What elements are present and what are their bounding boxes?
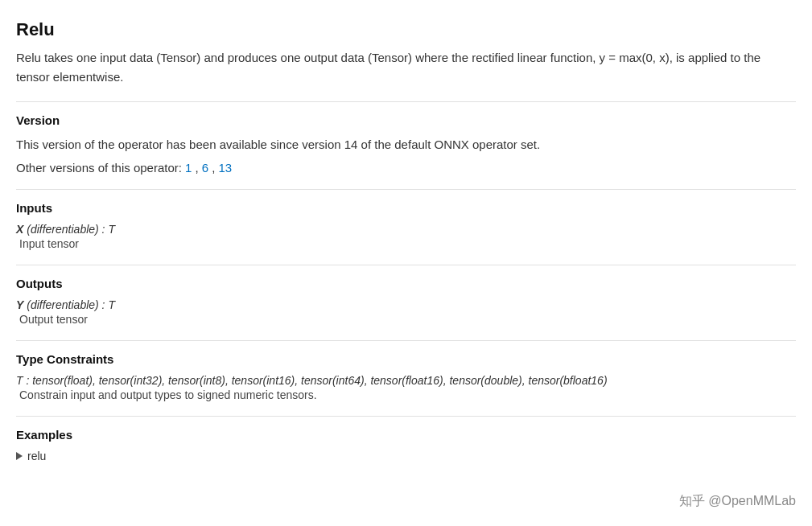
divider-3: [16, 265, 796, 265]
type-constraints-title: Type Constraints: [16, 352, 796, 366]
output-y-description: Output tensor: [16, 313, 796, 326]
input-x-name: X: [16, 223, 23, 236]
watermark: 知乎 @OpenMMLab: [679, 493, 796, 510]
output-y-qualifier: (differentiable) : T: [27, 298, 115, 311]
page-title: Relu: [16, 19, 796, 40]
example-relu-label: relu: [27, 450, 46, 462]
inputs-section: Inputs X (differentiable) : T Input tens…: [16, 201, 796, 250]
version-links: Other versions of this operator: 1, 6, 1…: [16, 161, 796, 175]
divider-2: [16, 189, 796, 190]
examples-section: Examples relu: [16, 428, 796, 462]
type-t-signature: T : tensor(float), tensor(int32), tensor…: [16, 374, 796, 387]
page-description: Relu takes one input data (Tensor) and p…: [16, 48, 796, 87]
input-x-qualifier: (differentiable) : T: [27, 223, 115, 236]
type-constraint-t: T : tensor(float), tensor(int32), tensor…: [16, 374, 796, 401]
divider-4: [16, 340, 796, 341]
output-y-signature: Y (differentiable) : T: [16, 298, 796, 311]
version-section-title: Version: [16, 113, 796, 127]
other-versions-prefix: Other versions of this operator:: [16, 161, 185, 175]
output-item-y: Y (differentiable) : T Output tensor: [16, 298, 796, 326]
divider-1: [16, 101, 796, 102]
examples-section-title: Examples: [16, 428, 796, 442]
inputs-section-title: Inputs: [16, 201, 796, 215]
version-link-6[interactable]: 6: [202, 161, 208, 175]
input-item-x: X (differentiable) : T Input tensor: [16, 223, 796, 250]
version-link-13[interactable]: 13: [218, 161, 232, 175]
type-t-types: : tensor(float), tensor(int32), tensor(i…: [26, 374, 607, 387]
output-y-name: Y: [16, 298, 23, 311]
version-link-1[interactable]: 1: [185, 161, 192, 175]
version-text: This version of the operator has been av…: [16, 135, 796, 154]
input-x-signature: X (differentiable) : T: [16, 223, 796, 236]
outputs-section: Outputs Y (differentiable) : T Output te…: [16, 277, 796, 326]
examples-list-item-relu: relu: [16, 450, 796, 462]
input-x-description: Input tensor: [16, 237, 796, 250]
type-t-name: T: [16, 374, 23, 387]
type-constraints-section: Type Constraints T : tensor(float), tens…: [16, 352, 796, 401]
triangle-icon: [16, 452, 23, 460]
outputs-section-title: Outputs: [16, 277, 796, 290]
version-section: Version This version of the operator has…: [16, 113, 796, 175]
type-t-description: Constrain input and output types to sign…: [16, 388, 796, 401]
divider-5: [16, 416, 796, 417]
